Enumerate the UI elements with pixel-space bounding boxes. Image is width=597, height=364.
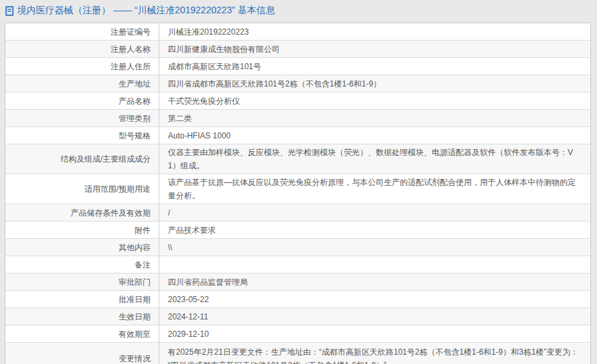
row-label: 型号规格 bbox=[5, 127, 159, 144]
row-label: 备注 bbox=[5, 256, 159, 273]
row-value-text: 有2025年2月21日变更文件：生产地址由：“成都市高新区天欣路101号2栋（不… bbox=[168, 345, 582, 364]
row-label-text: 注册证编号 bbox=[111, 25, 151, 39]
row-value: 成都市高新区天欣路101号 bbox=[159, 58, 590, 75]
row-label-text: 管理类别 bbox=[119, 112, 151, 125]
table-row: 产品名称 干式荧光免疫分析仪 bbox=[5, 92, 590, 110]
table-row: 注册人名称 四川新健康成生物股份有限公司 bbox=[5, 41, 590, 58]
row-value-text: 该产品基于抗原—抗体反应以及荧光免疫分析原理，与本公司生产的适配试剂配合使用，用… bbox=[168, 176, 582, 202]
row-label-text: 结构及组成/主要组成成分 bbox=[61, 152, 151, 166]
row-value: 第二类 bbox=[159, 110, 590, 126]
row-value-text: 成都市高新区天欣路101号 bbox=[168, 60, 261, 73]
row-label-text: 附件 bbox=[135, 224, 151, 237]
row-label: 注册人名称 bbox=[5, 41, 159, 57]
row-label: 变更情况 bbox=[5, 343, 159, 364]
table-row: 适用范围/预期用途 该产品基于抗原—抗体反应以及荧光免疫分析原理，与本公司生产的… bbox=[5, 174, 590, 204]
row-value: 四川省成都市高新区天欣路101号2栋（不包含1楼1-6和1-9） bbox=[159, 75, 590, 92]
table-row: 其他内容 \\ bbox=[5, 239, 590, 256]
page-title-bar: 境内医疗器械（注册） —— “川械注准20192220223” 基本信息 bbox=[0, 0, 597, 23]
info-table: 注册证编号 川械注准20192220223 注册人名称 四川新健康成生物股份有限… bbox=[5, 23, 591, 364]
row-label: 产品储存条件及有效期 bbox=[5, 204, 159, 221]
row-value-text: 川械注准20192220223 bbox=[168, 25, 249, 39]
table-row: 型号规格 Auto-HFIAS 1000 bbox=[5, 127, 590, 144]
row-value: 产品技术要求 bbox=[159, 222, 590, 238]
row-label-text: 审批部门 bbox=[119, 275, 151, 289]
row-label-text: 注册人住所 bbox=[111, 60, 151, 73]
row-value-text: 2023-05-22 bbox=[168, 293, 209, 306]
table-row: 审批部门 四川省药品监督管理局 bbox=[5, 273, 590, 291]
row-value-text: 2024-12-11 bbox=[168, 310, 209, 323]
table-row: 生产地址 四川省成都市高新区天欣路101号2栋（不包含1楼1-6和1-9） bbox=[5, 75, 590, 92]
row-label: 有效期至 bbox=[5, 325, 159, 342]
row-label: 注册人住所 bbox=[5, 58, 159, 75]
table-row: 注册证编号 川械注准20192220223 bbox=[5, 23, 590, 41]
row-label-text: 产品储存条件及有效期 bbox=[71, 206, 151, 220]
row-value: 该产品基于抗原—抗体反应以及荧光免疫分析原理，与本公司生产的适配试剂配合使用，用… bbox=[159, 174, 590, 204]
table-row: 生效日期 2024-12-11 bbox=[5, 308, 590, 325]
table-row: 产品储存条件及有效期 / bbox=[5, 204, 590, 222]
row-value: \\ bbox=[159, 239, 590, 256]
row-value-text: 第二类 bbox=[168, 112, 192, 125]
row-label: 结构及组成/主要组成成分 bbox=[5, 144, 159, 174]
row-label-text: 型号规格 bbox=[119, 129, 151, 142]
row-value: 川械注准20192220223 bbox=[159, 23, 590, 40]
row-value-text: 干式荧光免疫分析仪 bbox=[168, 94, 240, 108]
page-title: 境内医疗器械（注册） —— “川械注准20192220223” 基本信息 bbox=[17, 5, 275, 17]
table-row: 结构及组成/主要组成成分 仪器主要由加样模块、反应模块、光学检测模块（荧光）、数… bbox=[5, 144, 590, 174]
row-value: 干式荧光免疫分析仪 bbox=[159, 92, 590, 109]
row-label: 产品名称 bbox=[5, 92, 159, 109]
table-row: 有效期至 2029-12-10 bbox=[5, 325, 590, 343]
row-label-text: 适用范围/预期用途 bbox=[85, 182, 151, 196]
row-label-text: 备注 bbox=[135, 258, 151, 272]
row-value: 四川新健康成生物股份有限公司 bbox=[159, 41, 590, 57]
row-value: 2029-12-10 bbox=[159, 325, 590, 342]
row-value: 仪器主要由加样模块、反应模块、光学检测模块（荧光）、数据处理模块、电源适配器及软… bbox=[159, 144, 590, 174]
row-label-text: 生产地址 bbox=[119, 77, 151, 91]
row-label: 审批部门 bbox=[5, 273, 159, 290]
row-label: 注册证编号 bbox=[5, 23, 159, 40]
row-value: 2023-05-22 bbox=[159, 291, 590, 307]
document-icon bbox=[5, 6, 14, 16]
row-label-text: 变更情况 bbox=[119, 352, 151, 364]
row-label: 适用范围/预期用途 bbox=[5, 174, 159, 204]
row-label-text: 有效期至 bbox=[119, 327, 151, 341]
row-value bbox=[159, 256, 590, 273]
table-row: 注册人住所 成都市高新区天欣路101号 bbox=[5, 58, 590, 75]
row-label: 管理类别 bbox=[5, 110, 159, 126]
row-label: 生效日期 bbox=[5, 308, 159, 325]
table-row: 变更情况 有2025年2月21日变更文件：生产地址由：“成都市高新区天欣路101… bbox=[5, 343, 590, 364]
row-value-text: 四川新健康成生物股份有限公司 bbox=[168, 43, 280, 56]
row-value-text: \\ bbox=[168, 241, 173, 254]
table-row: 备注 bbox=[5, 256, 590, 273]
table-row: 批准日期 2023-05-22 bbox=[5, 291, 590, 308]
row-value: 四川省药品监督管理局 bbox=[159, 273, 590, 290]
table-row: 管理类别 第二类 bbox=[5, 110, 590, 127]
row-label: 批准日期 bbox=[5, 291, 159, 307]
row-value: / bbox=[159, 204, 590, 221]
table-row: 附件 产品技术要求 bbox=[5, 222, 590, 239]
row-value-text: / bbox=[168, 206, 170, 220]
row-label-text: 批准日期 bbox=[119, 293, 151, 306]
row-value-text: 产品技术要求 bbox=[168, 224, 216, 237]
row-value-text: 四川省药品监督管理局 bbox=[168, 275, 248, 289]
row-label: 生产地址 bbox=[5, 75, 159, 92]
row-value-text: 2029-12-10 bbox=[168, 327, 209, 341]
row-value: Auto-HFIAS 1000 bbox=[159, 127, 590, 144]
row-label-text: 注册人名称 bbox=[111, 43, 151, 56]
row-value-text: 仪器主要由加样模块、反应模块、光学检测模块（荧光）、数据处理模块、电源适配器及软… bbox=[168, 146, 582, 172]
row-label: 其他内容 bbox=[5, 239, 159, 256]
row-label-text: 其他内容 bbox=[119, 241, 151, 254]
row-label-text: 产品名称 bbox=[119, 94, 151, 108]
row-value-text: 四川省成都市高新区天欣路101号2栋（不包含1楼1-6和1-9） bbox=[168, 77, 381, 91]
row-label-text: 生效日期 bbox=[119, 310, 151, 323]
row-value: 2024-12-11 bbox=[159, 308, 590, 325]
row-value: 有2025年2月21日变更文件：生产地址由：“成都市高新区天欣路101号2栋（不… bbox=[159, 343, 590, 364]
row-label: 附件 bbox=[5, 222, 159, 238]
row-value-text: Auto-HFIAS 1000 bbox=[168, 129, 231, 142]
